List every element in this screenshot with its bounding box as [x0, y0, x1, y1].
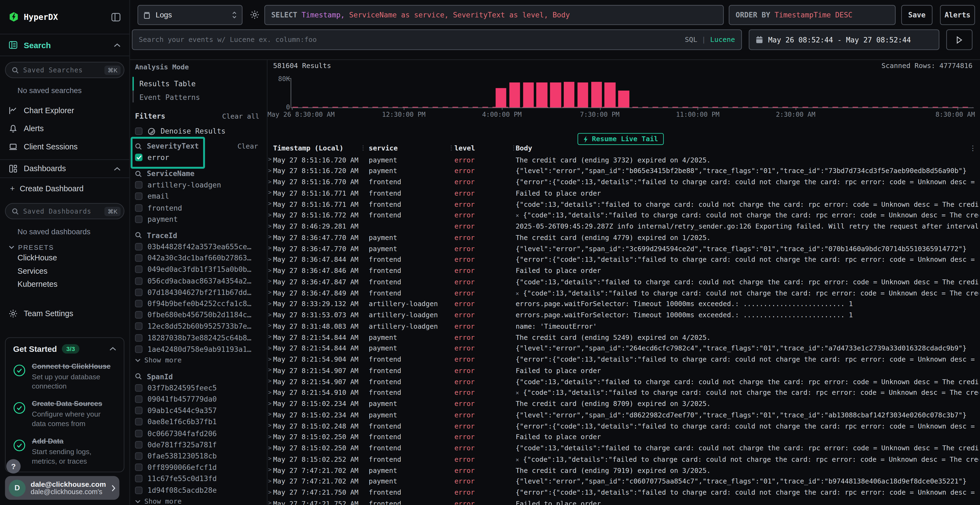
- sidebar-item-search[interactable]: Search: [0, 34, 129, 56]
- expand-row-chevron-icon[interactable]: >: [268, 234, 271, 240]
- checkbox[interactable]: [135, 254, 143, 262]
- table-row[interactable]: >May 27 8:36:47.844 AMfrontenderror{"err…: [267, 255, 980, 266]
- denoise-checkbox[interactable]: [135, 127, 143, 135]
- filter-value-row[interactable]: artillery-loadgen: [130, 179, 267, 191]
- table-row[interactable]: >May 27 8:36:47.846 AMfrontenderrorFaile…: [267, 266, 980, 277]
- filter-value-row[interactable]: 03b44828f42a3573ea655ce…: [130, 241, 267, 252]
- table-row[interactable]: >May 27 8:31:48.083 AMartillery-loadgene…: [267, 321, 980, 332]
- filter-value-row[interactable]: 18287038b73e882425c64b8…: [130, 332, 267, 343]
- create-dashboard-button[interactable]: + Create Dashboard: [0, 179, 129, 197]
- checkbox[interactable]: [135, 204, 143, 212]
- filter-value-row[interactable]: email: [130, 191, 267, 202]
- expand-row-chevron-icon[interactable]: >: [268, 367, 271, 373]
- sql-mode-toggle[interactable]: SQL: [685, 36, 697, 44]
- expand-row-chevron-icon[interactable]: >: [268, 167, 271, 173]
- expand-row-chevron-icon[interactable]: >: [268, 189, 271, 195]
- table-row[interactable]: >May 27 8:36:47.849 AMfrontenderror× {"c…: [267, 288, 980, 299]
- source-settings-gear-icon[interactable]: [250, 10, 259, 19]
- checkbox[interactable]: [135, 430, 143, 437]
- filter-value-row[interactable]: 11c67fe55c0d13fd: [130, 473, 267, 484]
- checkbox[interactable]: [135, 266, 143, 273]
- expand-row-chevron-icon[interactable]: >: [268, 333, 271, 340]
- sidebar-item-client-sessions[interactable]: Client Sessions: [0, 137, 129, 156]
- user-menu[interactable]: D dale@clickhouse.com dale@clickhouse.co…: [5, 476, 119, 500]
- clear-all-filters-button[interactable]: Clear all: [222, 112, 259, 120]
- run-query-button[interactable]: [946, 29, 972, 50]
- expand-row-chevron-icon[interactable]: >: [268, 478, 271, 484]
- analysis-mode-event-patterns[interactable]: Event Patterns: [130, 91, 267, 105]
- show-more-button[interactable]: Show more: [130, 496, 267, 505]
- resume-live-tail-button[interactable]: Resume Live Tail: [578, 133, 664, 145]
- table-row[interactable]: >May 27 8:46:29.281 AMerror2025-05-26T09…: [267, 221, 980, 233]
- filter-value-row[interactable]: 09041fb457779da0: [130, 394, 267, 405]
- denoise-results-toggle[interactable]: Denoise Results: [130, 127, 267, 135]
- histogram-bar[interactable]: [509, 83, 520, 108]
- checkbox[interactable]: [135, 407, 143, 414]
- filter-value-row[interactable]: 0fae5381230518cb: [130, 450, 267, 462]
- filter-value-row[interactable]: 07d184304627bf2f11b67dd…: [130, 286, 267, 298]
- expand-row-chevron-icon[interactable]: >: [268, 489, 271, 495]
- table-row[interactable]: >May 27 7:47:21.702 AMpaymenterror{"leve…: [267, 476, 980, 488]
- filter-value-row[interactable]: 0f94b9befe0b4252ccfa1c8…: [130, 298, 267, 310]
- table-row[interactable]: >May 27 8:15:02.234 AMpaymenterror{"leve…: [267, 410, 980, 421]
- table-row[interactable]: >May 27 8:33:29.132 AMartillery-loadgene…: [267, 299, 980, 310]
- checkbox[interactable]: [135, 486, 143, 494]
- col-timestamp[interactable]: Timestamp (Local): [273, 144, 344, 152]
- filter-value-row[interactable]: 0ae8e1f6c6b37fb1: [130, 416, 267, 428]
- saved-dashboards-input[interactable]: Saved Dashboards ⌘K: [5, 203, 124, 219]
- table-row[interactable]: >May 27 8:21:54.907 AMfrontenderror{"cod…: [267, 376, 980, 388]
- checkbox[interactable]: [135, 288, 143, 296]
- checkbox[interactable]: [135, 193, 143, 200]
- checkbox[interactable]: [135, 300, 143, 308]
- filter-value-row[interactable]: error: [130, 152, 267, 163]
- filter-value-row[interactable]: frontend: [130, 202, 267, 214]
- filter-value-row[interactable]: 1ae42480d758e9ab91193a1…: [130, 343, 267, 355]
- checkbox[interactable]: [135, 322, 143, 330]
- table-row[interactable]: >May 27 8:51:16.770 AMfrontenderror{"err…: [267, 177, 980, 188]
- checkbox[interactable]: [135, 311, 143, 319]
- checkbox[interactable]: [135, 464, 143, 471]
- source-select[interactable]: Logs: [137, 5, 243, 25]
- table-row[interactable]: >May 27 8:15:02.252 AMfrontenderror× {"c…: [267, 454, 980, 465]
- alerts-button[interactable]: Alerts: [940, 5, 975, 25]
- filter-value-row[interactable]: 03f7b824595feec5: [130, 382, 267, 394]
- table-row[interactable]: >May 27 8:51:16.771 AMfrontenderror{"cod…: [267, 199, 980, 210]
- expand-row-chevron-icon[interactable]: >: [268, 322, 271, 329]
- collapse-sidebar-icon[interactable]: [111, 12, 121, 22]
- sql-select-input[interactable]: SELECT Timestamp, ServiceName as service…: [264, 5, 724, 25]
- histogram-bar[interactable]: [536, 83, 547, 108]
- histogram-bar[interactable]: [550, 83, 561, 108]
- expand-row-chevron-icon[interactable]: >: [268, 434, 271, 440]
- table-options-icon[interactable]: ⋮: [969, 144, 976, 152]
- sidebar-item-alerts[interactable]: Alerts: [0, 119, 129, 138]
- filter-value-row[interactable]: 049ed0ac3fdb1f3f15a0b0b…: [130, 264, 267, 275]
- expand-row-chevron-icon[interactable]: >: [268, 445, 271, 451]
- filter-value-row[interactable]: 09ab1c4544c9a357: [130, 405, 267, 416]
- table-row[interactable]: >May 27 8:51:16.720 AMpaymenterror{"leve…: [267, 166, 980, 177]
- get-started-item[interactable]: Add DataStart sending logs, metrics, or …: [13, 437, 116, 465]
- filter-value-row[interactable]: 1d94f08c5acdb28e: [130, 484, 267, 496]
- histogram-bar[interactable]: [578, 83, 588, 108]
- expand-row-chevron-icon[interactable]: >: [268, 500, 271, 505]
- col-level[interactable]: level: [454, 144, 475, 152]
- table-row[interactable]: >May 27 8:21:54.844 AMpaymenterror{"leve…: [267, 343, 980, 354]
- histogram-bar[interactable]: [496, 88, 507, 108]
- histogram-bar[interactable]: [564, 82, 575, 108]
- filter-value-row[interactable]: 042a30c3dc1baf660b27863…: [130, 252, 267, 264]
- filter-value-row[interactable]: 0ff8990066efcf1d: [130, 462, 267, 473]
- expand-row-chevron-icon[interactable]: >: [268, 245, 271, 251]
- histogram-bar[interactable]: [523, 83, 534, 108]
- lucene-mode-toggle[interactable]: Lucene: [710, 36, 735, 44]
- expand-row-chevron-icon[interactable]: >: [268, 400, 271, 407]
- clear-filter-button[interactable]: Clear: [237, 142, 258, 150]
- expand-row-chevron-icon[interactable]: >: [268, 222, 271, 229]
- expand-row-chevron-icon[interactable]: >: [268, 200, 271, 207]
- analysis-mode-results-table[interactable]: Results Table: [130, 77, 267, 91]
- expand-row-chevron-icon[interactable]: >: [268, 267, 271, 273]
- checkbox[interactable]: [135, 216, 143, 223]
- expand-row-chevron-icon[interactable]: >: [268, 311, 271, 318]
- sidebar-item-team-settings[interactable]: Team Settings: [0, 304, 129, 322]
- checkbox[interactable]: [135, 243, 143, 251]
- sidebar-item-chart-explorer[interactable]: Chart Explorer: [0, 101, 129, 119]
- expand-row-chevron-icon[interactable]: >: [268, 456, 271, 462]
